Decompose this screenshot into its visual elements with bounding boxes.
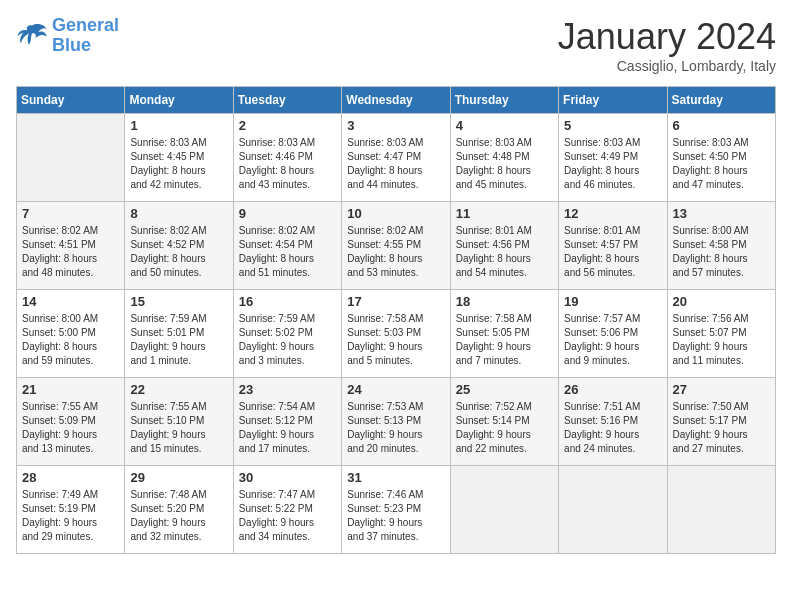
calendar-header-monday: Monday	[125, 87, 233, 114]
day-detail: Sunrise: 7:55 AMSunset: 5:10 PMDaylight:…	[130, 400, 227, 456]
day-number: 1	[130, 118, 227, 133]
calendar-day-cell: 27Sunrise: 7:50 AMSunset: 5:17 PMDayligh…	[667, 378, 775, 466]
calendar-day-cell: 24Sunrise: 7:53 AMSunset: 5:13 PMDayligh…	[342, 378, 450, 466]
logo-text: General Blue	[52, 16, 119, 56]
day-number: 22	[130, 382, 227, 397]
calendar-week-row: 14Sunrise: 8:00 AMSunset: 5:00 PMDayligh…	[17, 290, 776, 378]
calendar-day-cell: 30Sunrise: 7:47 AMSunset: 5:22 PMDayligh…	[233, 466, 341, 554]
day-number: 29	[130, 470, 227, 485]
calendar-day-cell: 17Sunrise: 7:58 AMSunset: 5:03 PMDayligh…	[342, 290, 450, 378]
day-detail: Sunrise: 7:58 AMSunset: 5:03 PMDaylight:…	[347, 312, 444, 368]
day-number: 26	[564, 382, 661, 397]
calendar-header-saturday: Saturday	[667, 87, 775, 114]
calendar-day-cell: 19Sunrise: 7:57 AMSunset: 5:06 PMDayligh…	[559, 290, 667, 378]
day-detail: Sunrise: 8:01 AMSunset: 4:56 PMDaylight:…	[456, 224, 553, 280]
calendar-week-row: 21Sunrise: 7:55 AMSunset: 5:09 PMDayligh…	[17, 378, 776, 466]
day-detail: Sunrise: 7:58 AMSunset: 5:05 PMDaylight:…	[456, 312, 553, 368]
day-detail: Sunrise: 8:02 AMSunset: 4:55 PMDaylight:…	[347, 224, 444, 280]
day-detail: Sunrise: 7:50 AMSunset: 5:17 PMDaylight:…	[673, 400, 770, 456]
day-number: 21	[22, 382, 119, 397]
location: Cassiglio, Lombardy, Italy	[558, 58, 776, 74]
calendar-day-cell: 7Sunrise: 8:02 AMSunset: 4:51 PMDaylight…	[17, 202, 125, 290]
day-detail: Sunrise: 7:59 AMSunset: 5:02 PMDaylight:…	[239, 312, 336, 368]
calendar-header-sunday: Sunday	[17, 87, 125, 114]
day-number: 4	[456, 118, 553, 133]
calendar-day-cell	[17, 114, 125, 202]
calendar-day-cell: 26Sunrise: 7:51 AMSunset: 5:16 PMDayligh…	[559, 378, 667, 466]
day-number: 16	[239, 294, 336, 309]
day-detail: Sunrise: 7:51 AMSunset: 5:16 PMDaylight:…	[564, 400, 661, 456]
calendar-day-cell	[450, 466, 558, 554]
day-detail: Sunrise: 8:02 AMSunset: 4:54 PMDaylight:…	[239, 224, 336, 280]
calendar-week-row: 28Sunrise: 7:49 AMSunset: 5:19 PMDayligh…	[17, 466, 776, 554]
calendar-day-cell: 10Sunrise: 8:02 AMSunset: 4:55 PMDayligh…	[342, 202, 450, 290]
day-detail: Sunrise: 8:00 AMSunset: 4:58 PMDaylight:…	[673, 224, 770, 280]
calendar-header-thursday: Thursday	[450, 87, 558, 114]
calendar-table: SundayMondayTuesdayWednesdayThursdayFrid…	[16, 86, 776, 554]
day-number: 28	[22, 470, 119, 485]
day-detail: Sunrise: 8:03 AMSunset: 4:49 PMDaylight:…	[564, 136, 661, 192]
calendar-day-cell: 4Sunrise: 8:03 AMSunset: 4:48 PMDaylight…	[450, 114, 558, 202]
logo: General Blue	[16, 16, 119, 56]
day-detail: Sunrise: 8:03 AMSunset: 4:50 PMDaylight:…	[673, 136, 770, 192]
day-number: 2	[239, 118, 336, 133]
calendar-day-cell	[559, 466, 667, 554]
day-detail: Sunrise: 8:00 AMSunset: 5:00 PMDaylight:…	[22, 312, 119, 368]
calendar-day-cell: 15Sunrise: 7:59 AMSunset: 5:01 PMDayligh…	[125, 290, 233, 378]
calendar-day-cell: 9Sunrise: 8:02 AMSunset: 4:54 PMDaylight…	[233, 202, 341, 290]
day-detail: Sunrise: 7:48 AMSunset: 5:20 PMDaylight:…	[130, 488, 227, 544]
day-detail: Sunrise: 7:59 AMSunset: 5:01 PMDaylight:…	[130, 312, 227, 368]
day-detail: Sunrise: 7:49 AMSunset: 5:19 PMDaylight:…	[22, 488, 119, 544]
calendar-day-cell: 25Sunrise: 7:52 AMSunset: 5:14 PMDayligh…	[450, 378, 558, 466]
month-title: January 2024	[558, 16, 776, 58]
day-number: 5	[564, 118, 661, 133]
day-number: 13	[673, 206, 770, 221]
day-detail: Sunrise: 8:02 AMSunset: 4:51 PMDaylight:…	[22, 224, 119, 280]
day-number: 31	[347, 470, 444, 485]
calendar-day-cell: 23Sunrise: 7:54 AMSunset: 5:12 PMDayligh…	[233, 378, 341, 466]
calendar-header-row: SundayMondayTuesdayWednesdayThursdayFrid…	[17, 87, 776, 114]
calendar-day-cell: 14Sunrise: 8:00 AMSunset: 5:00 PMDayligh…	[17, 290, 125, 378]
calendar-day-cell: 29Sunrise: 7:48 AMSunset: 5:20 PMDayligh…	[125, 466, 233, 554]
day-detail: Sunrise: 8:03 AMSunset: 4:46 PMDaylight:…	[239, 136, 336, 192]
calendar-day-cell: 1Sunrise: 8:03 AMSunset: 4:45 PMDaylight…	[125, 114, 233, 202]
day-number: 11	[456, 206, 553, 221]
day-number: 15	[130, 294, 227, 309]
calendar-day-cell: 2Sunrise: 8:03 AMSunset: 4:46 PMDaylight…	[233, 114, 341, 202]
calendar-day-cell: 8Sunrise: 8:02 AMSunset: 4:52 PMDaylight…	[125, 202, 233, 290]
day-number: 10	[347, 206, 444, 221]
calendar-day-cell: 31Sunrise: 7:46 AMSunset: 5:23 PMDayligh…	[342, 466, 450, 554]
calendar-day-cell: 11Sunrise: 8:01 AMSunset: 4:56 PMDayligh…	[450, 202, 558, 290]
day-detail: Sunrise: 8:03 AMSunset: 4:48 PMDaylight:…	[456, 136, 553, 192]
calendar-day-cell: 21Sunrise: 7:55 AMSunset: 5:09 PMDayligh…	[17, 378, 125, 466]
day-detail: Sunrise: 7:53 AMSunset: 5:13 PMDaylight:…	[347, 400, 444, 456]
calendar-day-cell: 3Sunrise: 8:03 AMSunset: 4:47 PMDaylight…	[342, 114, 450, 202]
calendar-day-cell: 16Sunrise: 7:59 AMSunset: 5:02 PMDayligh…	[233, 290, 341, 378]
day-detail: Sunrise: 7:55 AMSunset: 5:09 PMDaylight:…	[22, 400, 119, 456]
day-detail: Sunrise: 7:56 AMSunset: 5:07 PMDaylight:…	[673, 312, 770, 368]
day-detail: Sunrise: 7:52 AMSunset: 5:14 PMDaylight:…	[456, 400, 553, 456]
day-number: 12	[564, 206, 661, 221]
day-detail: Sunrise: 7:57 AMSunset: 5:06 PMDaylight:…	[564, 312, 661, 368]
day-number: 3	[347, 118, 444, 133]
day-number: 9	[239, 206, 336, 221]
calendar-day-cell: 5Sunrise: 8:03 AMSunset: 4:49 PMDaylight…	[559, 114, 667, 202]
day-detail: Sunrise: 7:46 AMSunset: 5:23 PMDaylight:…	[347, 488, 444, 544]
calendar-day-cell: 22Sunrise: 7:55 AMSunset: 5:10 PMDayligh…	[125, 378, 233, 466]
calendar-week-row: 7Sunrise: 8:02 AMSunset: 4:51 PMDaylight…	[17, 202, 776, 290]
day-detail: Sunrise: 7:54 AMSunset: 5:12 PMDaylight:…	[239, 400, 336, 456]
calendar-week-row: 1Sunrise: 8:03 AMSunset: 4:45 PMDaylight…	[17, 114, 776, 202]
day-number: 23	[239, 382, 336, 397]
day-number: 24	[347, 382, 444, 397]
day-detail: Sunrise: 8:02 AMSunset: 4:52 PMDaylight:…	[130, 224, 227, 280]
page-header: General Blue January 2024 Cassiglio, Lom…	[16, 16, 776, 74]
calendar-day-cell: 20Sunrise: 7:56 AMSunset: 5:07 PMDayligh…	[667, 290, 775, 378]
day-number: 27	[673, 382, 770, 397]
day-number: 14	[22, 294, 119, 309]
calendar-day-cell	[667, 466, 775, 554]
day-number: 17	[347, 294, 444, 309]
day-number: 7	[22, 206, 119, 221]
day-number: 19	[564, 294, 661, 309]
day-number: 25	[456, 382, 553, 397]
day-detail: Sunrise: 8:03 AMSunset: 4:47 PMDaylight:…	[347, 136, 444, 192]
